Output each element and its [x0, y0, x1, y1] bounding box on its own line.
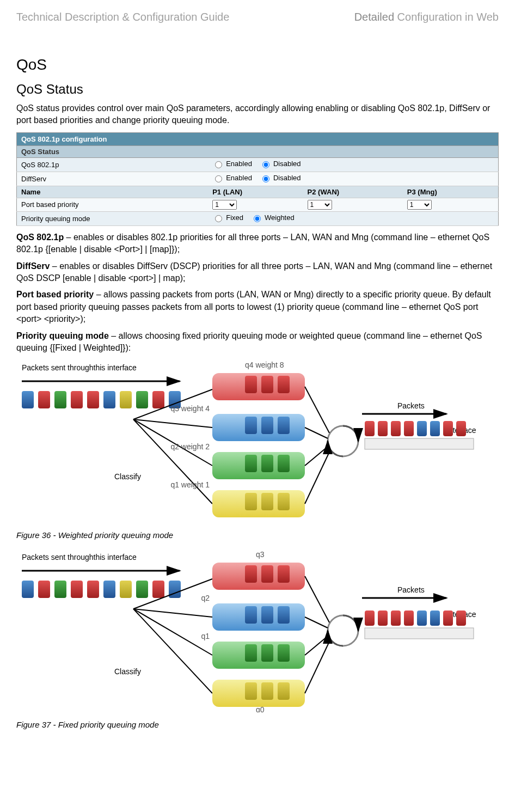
- svg-rect-85: [378, 610, 388, 626]
- p2-priority-select[interactable]: 1: [308, 200, 332, 210]
- svg-line-78: [305, 576, 329, 622]
- svg-rect-74: [245, 682, 257, 700]
- d2-q3: q3: [256, 550, 265, 559]
- svg-rect-24: [278, 417, 290, 434]
- page-header: Technical Description & Configuration Gu…: [16, 11, 499, 23]
- svg-rect-27: [278, 455, 290, 472]
- svg-rect-44: [443, 421, 453, 436]
- qos8021p-radio-group: Enabled Disabled: [212, 160, 306, 168]
- d1-q1: q1 weight 1: [170, 480, 210, 489]
- svg-rect-90: [443, 610, 453, 626]
- svg-rect-29: [261, 493, 273, 510]
- svg-rect-52: [103, 581, 115, 598]
- subsection-title: QoS Status: [16, 82, 499, 97]
- svg-line-33: [305, 428, 328, 438]
- qos-config-table: QoS 802.1p configuration QoS Status QoS …: [16, 132, 499, 226]
- diffserv-desc: DiffServ – enables or disables DiffServ …: [16, 260, 499, 285]
- p3-priority-select[interactable]: 1: [407, 200, 432, 210]
- svg-rect-91: [456, 610, 466, 626]
- svg-rect-7: [120, 391, 132, 408]
- svg-rect-49: [54, 581, 66, 598]
- diffserv-enabled-radio[interactable]: [215, 175, 222, 182]
- svg-rect-22: [245, 417, 257, 434]
- svg-rect-76: [278, 682, 290, 700]
- section-title: QoS: [16, 56, 499, 74]
- figure-36-caption: Figure 36 - Weighted priority queuing mo…: [16, 529, 499, 541]
- svg-rect-2: [38, 391, 50, 408]
- svg-rect-86: [391, 610, 401, 626]
- svg-rect-5: [87, 391, 99, 408]
- svg-rect-70: [278, 606, 290, 624]
- intro-paragraph: QoS status provides control over main Qo…: [16, 102, 499, 127]
- qos8021p-desc: QoS 802.1p – enables or disables 802.1p …: [16, 231, 499, 256]
- queuing-label: Priority queuing mode: [17, 211, 209, 225]
- svg-rect-83: [365, 628, 474, 639]
- svg-rect-65: [245, 565, 257, 583]
- port-priority-label: Port based priority: [17, 198, 209, 211]
- svg-rect-37: [365, 438, 474, 449]
- svg-rect-43: [430, 421, 440, 436]
- d1-packets: Packets: [397, 401, 425, 410]
- fixed-diagram: Packets sent throughthis interface Class…: [16, 549, 499, 715]
- p2-label: P2 (WAN): [303, 186, 403, 198]
- queuing-weighted-radio[interactable]: [254, 215, 261, 222]
- svg-rect-16: [212, 414, 305, 441]
- svg-rect-51: [87, 581, 99, 598]
- svg-rect-38: [365, 421, 375, 436]
- svg-rect-87: [404, 610, 414, 626]
- svg-rect-6: [103, 391, 115, 408]
- svg-rect-63: [212, 642, 305, 669]
- svg-rect-50: [71, 581, 83, 598]
- weighted-diagram: Packets sent throughthis interface Class…: [16, 359, 499, 525]
- p1-priority-select[interactable]: 1: [212, 200, 237, 210]
- svg-rect-21: [278, 376, 290, 393]
- svg-rect-17: [212, 452, 305, 479]
- diffserv-label: DiffServ: [17, 172, 209, 186]
- d1-classify: Classify: [114, 472, 141, 481]
- svg-rect-1: [22, 391, 34, 408]
- svg-rect-40: [391, 421, 401, 436]
- d2-classify: Classify: [114, 667, 141, 676]
- svg-rect-72: [261, 644, 273, 662]
- svg-rect-84: [365, 610, 375, 626]
- svg-line-32: [305, 387, 329, 433]
- svg-line-79: [305, 617, 328, 628]
- svg-rect-39: [378, 421, 388, 436]
- svg-rect-62: [212, 603, 305, 631]
- header-right: Detailed Configuration in Web: [354, 11, 499, 23]
- svg-rect-41: [404, 421, 414, 436]
- name-label: Name: [17, 186, 209, 198]
- svg-rect-8: [136, 391, 148, 408]
- svg-rect-9: [152, 391, 164, 408]
- portpriority-desc: Port based priority – allows passing pac…: [16, 289, 499, 325]
- svg-line-81: [305, 642, 329, 693]
- svg-rect-26: [261, 455, 273, 472]
- d1-q2: q2 weight 2: [170, 442, 210, 451]
- svg-rect-88: [417, 610, 427, 626]
- d2-q1: q1: [201, 632, 210, 640]
- queuing-fixed-radio[interactable]: [215, 215, 222, 222]
- qos8021p-enabled-radio[interactable]: [215, 161, 222, 168]
- d1-q4: q4 weight 8: [245, 361, 284, 369]
- queuing-desc: Priority queuing mode – allows choosing …: [16, 330, 499, 355]
- svg-rect-61: [212, 563, 305, 590]
- diffserv-disabled-radio[interactable]: [262, 175, 269, 182]
- d2-inlabel: Packets sent throughthis interface: [22, 553, 137, 561]
- svg-rect-47: [22, 581, 34, 598]
- svg-rect-23: [261, 417, 273, 434]
- svg-rect-18: [212, 490, 305, 517]
- header-left: Technical Description & Configuration Gu…: [16, 11, 229, 23]
- svg-line-35: [305, 452, 329, 504]
- svg-rect-71: [245, 644, 257, 662]
- svg-rect-42: [417, 421, 427, 436]
- p3-label: P3 (Mng): [403, 186, 499, 198]
- svg-rect-45: [456, 421, 466, 436]
- qos8021p-disabled-radio[interactable]: [262, 161, 269, 168]
- svg-rect-4: [71, 391, 83, 408]
- p1-label: P1 (LAN): [208, 186, 303, 198]
- d1-inlabel: Packets sent throughthis interface: [22, 363, 137, 372]
- figure-37-caption: Figure 37 - Fixed priority queuing mode: [16, 719, 499, 730]
- table-title: QoS 802.1p configuration: [17, 132, 499, 145]
- queuing-radio-group: Fixed Weighted: [212, 213, 299, 222]
- svg-rect-28: [245, 493, 257, 510]
